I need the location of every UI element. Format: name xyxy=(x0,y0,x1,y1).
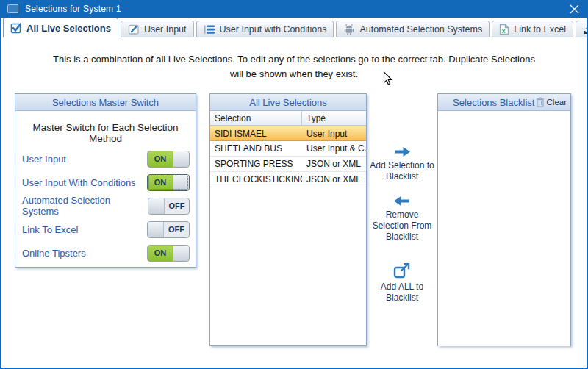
cell-type: User Input & C... xyxy=(302,143,366,154)
download-tray-icon xyxy=(583,24,588,35)
toggle-user-input-with-conditions[interactable]: ON xyxy=(147,174,190,191)
tab-label: User Input with Conditions xyxy=(220,24,327,35)
switch-row-user-input: User Input ON xyxy=(22,150,190,168)
cell-selection: SIDI ISMAEL xyxy=(210,129,302,139)
live-selections-header: All Live Selections xyxy=(210,94,366,111)
tab-label: All Live Selections xyxy=(26,23,111,34)
switch-row-automated-selection-systems: Automated Selection Systems OFF xyxy=(22,197,190,215)
clear-label: Clear xyxy=(547,98,567,107)
switch-label: User Input With Conditions xyxy=(22,177,136,188)
cell-type: JSON or XML xyxy=(302,174,366,184)
excel-file-icon: x xyxy=(499,24,509,35)
cell-selection: SHETLAND BUS xyxy=(210,143,302,154)
table-row[interactable]: SPORTING PRESS JSON or XML xyxy=(210,157,366,172)
app-icon xyxy=(7,4,18,13)
tab-automated-selection-systems[interactable]: Automated Selection Systems xyxy=(336,21,490,37)
add-selection-to-blacklist-button[interactable]: Add Selection to Blacklist xyxy=(367,146,437,182)
toggle-state-label: OFF xyxy=(165,198,189,214)
live-selections-title: All Live Selections xyxy=(249,97,327,108)
toggle-online-tipsters[interactable]: ON xyxy=(147,245,190,262)
robot-icon xyxy=(343,24,355,35)
master-switch-header: Selections Master Switch xyxy=(15,94,196,111)
conditions-list-icon xyxy=(204,24,215,35)
svg-text:x: x xyxy=(502,26,506,34)
instructions-text: This is a combination of all Live Select… xyxy=(51,52,537,81)
switch-label: User Input xyxy=(22,154,66,165)
checkbox-checked-icon xyxy=(10,22,22,34)
table-row[interactable]: THECLOCKISTICKING JSON or XML xyxy=(210,172,366,187)
live-selections-panel: All Live Selections Selection Type SIDI … xyxy=(209,93,367,346)
action-label: Add Selection to Blacklist xyxy=(367,160,437,182)
tab-bar: All Live Selections User Input User Inpu… xyxy=(1,18,587,37)
title-bar: Selections for System 1 xyxy=(1,0,587,18)
toggle-knob xyxy=(148,198,165,214)
table-header-row: Selection Type xyxy=(210,111,366,126)
close-icon xyxy=(570,4,579,14)
remove-selection-from-blacklist-button[interactable]: Remove Selection From Blacklist xyxy=(367,195,437,243)
toggle-knob xyxy=(148,222,164,237)
blacklist-actions: Add Selection to Blacklist Remove Select… xyxy=(367,140,437,304)
toggle-link-to-excel[interactable]: OFF xyxy=(147,221,190,238)
toggle-user-input[interactable]: ON xyxy=(147,151,190,168)
blacklist-list[interactable] xyxy=(438,111,570,346)
add-all-external-icon xyxy=(393,262,411,279)
window-title: Selections for System 1 xyxy=(25,4,121,14)
tab-all-live-selections[interactable]: All Live Selections xyxy=(3,18,118,37)
tab-label: Automated Selection Systems xyxy=(359,24,482,35)
cell-selection: THECLOCKISTICKING xyxy=(210,174,302,184)
switch-row-user-input-with-conditions: User Input With Conditions ON xyxy=(22,173,190,191)
add-all-to-blacklist-button[interactable]: Add ALL to Blacklist xyxy=(367,262,437,304)
tab-label: Link to Excel xyxy=(514,24,566,35)
switch-label: Automated Selection Systems xyxy=(22,195,148,217)
clear-blacklist-button[interactable]: Clear xyxy=(536,97,567,107)
toggle-state-label: OFF xyxy=(164,222,189,237)
cell-selection: SPORTING PRESS xyxy=(210,159,302,169)
toggle-state-label: ON xyxy=(148,151,173,167)
toggle-knob xyxy=(173,151,189,167)
blacklist-title: Selections Blacklist xyxy=(442,97,536,108)
cell-type: JSON or XML xyxy=(302,159,366,169)
tab-user-input[interactable]: User Input xyxy=(121,21,194,37)
toggle-state-label: ON xyxy=(148,175,173,190)
master-switch-title: Selections Master Switch xyxy=(52,97,159,108)
switch-row-link-to-excel: Link To Excel OFF xyxy=(22,221,190,238)
table-row[interactable]: SIDI ISMAEL User Input xyxy=(210,126,366,141)
toggle-automated-selection-systems[interactable]: OFF xyxy=(148,198,190,215)
action-label: Remove Selection From Blacklist xyxy=(367,209,437,243)
close-button[interactable] xyxy=(562,0,587,18)
switch-label: Online Tipsters xyxy=(22,248,86,259)
action-label: Add ALL to Blacklist xyxy=(367,282,437,304)
table-row[interactable]: SHETLAND BUS User Input & C... xyxy=(210,141,366,157)
blacklist-panel: Selections Blacklist Clear xyxy=(437,93,571,346)
switch-label: Link To Excel xyxy=(22,224,78,235)
column-header-type: Type xyxy=(302,113,366,123)
tab-user-input-with-conditions[interactable]: User Input with Conditions xyxy=(196,21,334,37)
arrow-left-icon xyxy=(392,195,412,207)
master-switch-subtitle: Master Switch for Each Selection Method xyxy=(15,122,196,144)
tab-tipsters[interactable]: Tipsters xyxy=(576,21,588,37)
mouse-cursor xyxy=(383,71,393,86)
blacklist-header: Selections Blacklist Clear xyxy=(438,94,570,111)
arrow-right-icon xyxy=(392,146,412,158)
switch-row-online-tipsters: Online Tipsters ON xyxy=(22,244,190,262)
column-header-selection: Selection xyxy=(210,111,302,125)
toggle-knob xyxy=(173,246,189,261)
toggle-knob xyxy=(173,175,189,190)
tab-label: User Input xyxy=(144,24,187,35)
cell-type: User Input xyxy=(302,129,366,139)
trash-icon xyxy=(536,97,545,107)
tab-link-to-excel[interactable]: x Link to Excel xyxy=(492,21,573,37)
master-switch-panel: Selections Master Switch Master Switch f… xyxy=(15,93,196,268)
pencil-edit-icon xyxy=(128,24,140,35)
toggle-state-label: ON xyxy=(148,246,173,261)
selections-dialog-window: Selections for System 1 All Live Selecti… xyxy=(0,0,588,369)
